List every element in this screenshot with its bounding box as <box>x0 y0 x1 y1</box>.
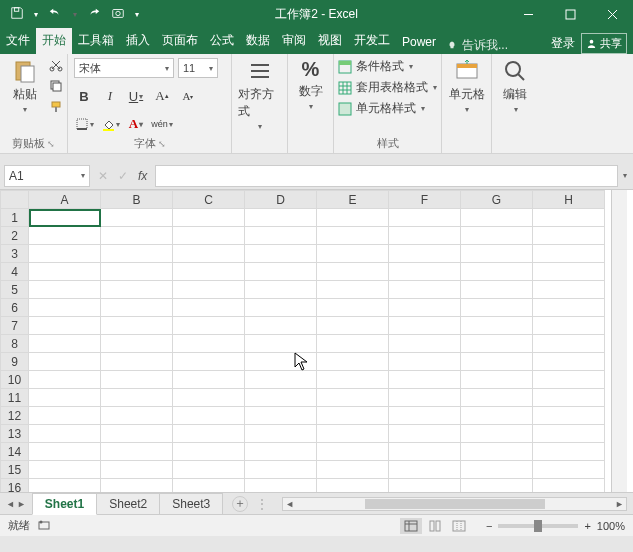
tab-formula[interactable]: 公式 <box>204 27 240 54</box>
cell[interactable] <box>533 371 605 389</box>
cell[interactable] <box>101 389 173 407</box>
formula-expand-icon[interactable]: ▾ <box>623 171 627 180</box>
col-header[interactable]: G <box>461 191 533 209</box>
cell[interactable] <box>173 227 245 245</box>
cell[interactable] <box>29 353 101 371</box>
cell[interactable] <box>245 371 317 389</box>
cell[interactable] <box>461 479 533 493</box>
cell[interactable] <box>317 209 389 227</box>
row-header[interactable]: 6 <box>1 299 29 317</box>
col-header[interactable]: H <box>533 191 605 209</box>
cell[interactable] <box>101 443 173 461</box>
cell[interactable] <box>245 443 317 461</box>
qat-dropdown-icon[interactable]: ▾ <box>34 10 38 19</box>
tab-insert[interactable]: 插入 <box>120 27 156 54</box>
cell[interactable] <box>173 281 245 299</box>
row-header[interactable]: 5 <box>1 281 29 299</box>
cells-button[interactable]: 单元格▾ <box>447 58 487 114</box>
tab-file[interactable]: 文件 <box>0 27 36 54</box>
screenshot-icon[interactable] <box>111 6 125 23</box>
cell[interactable] <box>29 245 101 263</box>
formula-input[interactable] <box>155 165 618 187</box>
cell[interactable] <box>461 371 533 389</box>
cell[interactable] <box>461 245 533 263</box>
cell[interactable] <box>101 335 173 353</box>
cell[interactable] <box>533 227 605 245</box>
cell[interactable] <box>101 209 173 227</box>
cell[interactable] <box>461 353 533 371</box>
align-button[interactable]: 对齐方式▾ <box>238 58 281 131</box>
col-header[interactable]: C <box>173 191 245 209</box>
font-dialog-icon[interactable]: ⤡ <box>158 139 166 149</box>
border-button[interactable]: ▾ <box>74 114 94 134</box>
sheet-nav-first-icon[interactable]: ◄ <box>6 499 15 509</box>
paste-dropdown-icon[interactable]: ▾ <box>23 105 27 114</box>
cell[interactable] <box>245 353 317 371</box>
cell[interactable] <box>389 281 461 299</box>
italic-button[interactable]: I <box>100 86 120 106</box>
cell[interactable] <box>389 245 461 263</box>
cell[interactable] <box>461 425 533 443</box>
grid-table[interactable]: A B C D E F G H 1 2 3 4 5 6 7 8 9 10 11 … <box>0 190 605 492</box>
row-header[interactable]: 13 <box>1 425 29 443</box>
horizontal-scrollbar[interactable]: ◄ ► <box>282 497 627 511</box>
copy-icon[interactable] <box>49 79 63 96</box>
cell[interactable] <box>173 425 245 443</box>
cell[interactable] <box>245 281 317 299</box>
cell[interactable] <box>101 407 173 425</box>
cell[interactable] <box>317 317 389 335</box>
cell[interactable] <box>461 263 533 281</box>
cell[interactable] <box>317 335 389 353</box>
decrease-font-button[interactable]: A▾ <box>178 86 198 106</box>
cell[interactable] <box>101 371 173 389</box>
cell[interactable] <box>29 209 101 227</box>
cell[interactable] <box>461 443 533 461</box>
cell[interactable] <box>29 443 101 461</box>
cancel-edit-icon[interactable]: ✕ <box>98 169 108 183</box>
cell[interactable] <box>173 209 245 227</box>
cell[interactable] <box>173 389 245 407</box>
cell[interactable] <box>389 425 461 443</box>
cell[interactable] <box>245 245 317 263</box>
cell[interactable] <box>245 425 317 443</box>
cell[interactable] <box>245 335 317 353</box>
cell[interactable] <box>245 407 317 425</box>
zoom-out-button[interactable]: − <box>486 520 492 532</box>
save-icon[interactable] <box>10 6 24 23</box>
scroll-left-icon[interactable]: ◄ <box>285 499 294 509</box>
cell[interactable] <box>461 317 533 335</box>
cell[interactable] <box>173 407 245 425</box>
row-header[interactable]: 10 <box>1 371 29 389</box>
cell[interactable] <box>317 479 389 493</box>
cell[interactable] <box>101 299 173 317</box>
cell[interactable] <box>533 479 605 493</box>
cell[interactable] <box>317 371 389 389</box>
sheet-tab[interactable]: Sheet2 <box>96 493 160 514</box>
share-button[interactable]: 共享 <box>581 33 627 54</box>
tab-layout[interactable]: 页面布 <box>156 27 204 54</box>
cell[interactable] <box>533 389 605 407</box>
cell[interactable] <box>461 335 533 353</box>
qat-more-icon[interactable]: ▾ <box>135 10 139 19</box>
cell[interactable] <box>173 443 245 461</box>
confirm-edit-icon[interactable]: ✓ <box>118 169 128 183</box>
cell[interactable] <box>173 479 245 493</box>
row-header[interactable]: 12 <box>1 407 29 425</box>
cell[interactable] <box>317 461 389 479</box>
table-format-button[interactable]: 套用表格格式▾ <box>338 79 437 96</box>
cell[interactable] <box>245 479 317 493</box>
cell[interactable] <box>317 227 389 245</box>
format-painter-icon[interactable] <box>49 100 63 117</box>
cell[interactable] <box>317 407 389 425</box>
zoom-level[interactable]: 100% <box>597 520 625 532</box>
cell[interactable] <box>101 245 173 263</box>
cell[interactable] <box>29 299 101 317</box>
zoom-slider[interactable] <box>498 524 578 528</box>
maximize-button[interactable] <box>549 0 591 28</box>
cut-icon[interactable] <box>49 58 63 75</box>
cell[interactable] <box>29 371 101 389</box>
cell[interactable] <box>317 443 389 461</box>
cell[interactable] <box>389 389 461 407</box>
close-button[interactable] <box>591 0 633 28</box>
clipboard-dialog-icon[interactable]: ⤡ <box>47 139 55 149</box>
